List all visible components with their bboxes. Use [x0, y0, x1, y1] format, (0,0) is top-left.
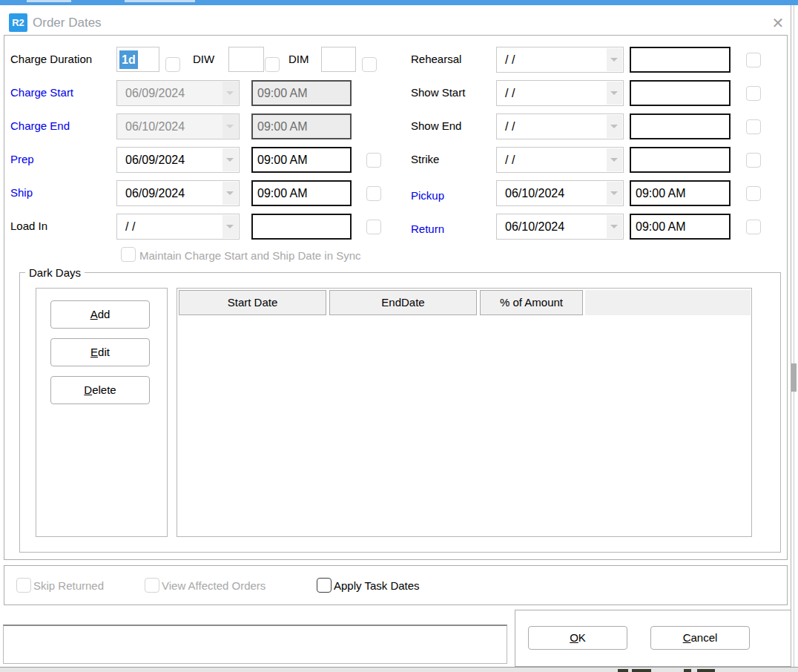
return-date-combo[interactable]: 06/10/2024	[496, 214, 624, 240]
prep-date-value: 06/09/2024	[125, 148, 185, 172]
diw-label: DIW	[193, 53, 214, 65]
prep-label: Prep	[10, 153, 34, 165]
apply-task-dates-checkbox[interactable]	[317, 578, 332, 593]
rehearsal-time-field[interactable]	[630, 47, 731, 73]
rehearsal-date-value: / /	[505, 47, 515, 72]
view-affected-orders-checkbox	[145, 578, 159, 593]
notes-input[interactable]	[3, 625, 507, 664]
skip-returned-label: Skip Returned	[33, 579, 104, 592]
charge-start-date-combo: 06/09/2024	[116, 80, 240, 106]
chevron-down-icon	[607, 215, 622, 238]
show-start-date-combo[interactable]: / /	[496, 80, 624, 106]
ship-time-field[interactable]: 09:00 AM	[251, 180, 352, 206]
strike-date-combo[interactable]: / /	[496, 147, 624, 173]
background-text-fragment	[618, 669, 628, 672]
load-in-label: Load In	[10, 220, 47, 232]
background-text-fragment	[632, 669, 651, 672]
load-in-checkbox	[366, 220, 381, 234]
charge-end-date-combo: 06/10/2024	[116, 113, 240, 139]
cancel-button[interactable]: Cancel	[650, 626, 750, 650]
dark-days-table	[177, 288, 752, 537]
show-end-time-field[interactable]	[630, 113, 731, 139]
charge-end-label: Charge End	[10, 119, 70, 132]
chevron-down-icon	[222, 148, 238, 171]
return-date-value: 06/10/2024	[505, 214, 564, 239]
close-icon[interactable]: ✕	[764, 12, 792, 34]
diw-input[interactable]	[228, 47, 264, 72]
charge-duration-input[interactable]: 1d	[116, 47, 159, 72]
order-dates-dialog: R2 Order Dates ✕ Charge Duration 1d DIW …	[0, 0, 798, 672]
return-label: Return	[411, 223, 444, 235]
chevron-down-icon	[222, 82, 238, 105]
edit-button[interactable]: Edit	[50, 338, 150, 366]
return-time-field[interactable]: 09:00 AM	[630, 214, 731, 240]
strike-checkbox	[746, 153, 761, 168]
pickup-date-value: 06/10/2024	[505, 181, 564, 205]
load-in-date-value: / /	[125, 214, 135, 239]
dim-input[interactable]	[321, 47, 356, 72]
charge-duration-checkbox	[165, 57, 180, 72]
delete-button[interactable]: Delete	[50, 376, 150, 404]
pickup-checkbox	[746, 186, 761, 201]
load-in-date-combo[interactable]: / /	[116, 214, 240, 240]
show-start-label: Show Start	[411, 86, 465, 99]
chevron-down-icon	[607, 115, 622, 138]
column-header-filler	[585, 290, 751, 315]
show-start-checkbox	[746, 86, 761, 101]
background-window-edge	[794, 5, 794, 667]
rehearsal-checkbox	[746, 53, 761, 67]
background-text-fragment	[125, 0, 195, 2]
ok-button[interactable]: OK	[528, 626, 627, 650]
background-window-bottom-strip	[0, 667, 798, 672]
charge-start-time-field: 09:00 AM	[251, 80, 352, 106]
chevron-down-icon	[607, 182, 622, 205]
chevron-down-icon	[222, 182, 238, 205]
charge-duration-label: Charge Duration	[10, 53, 92, 65]
view-affected-orders-label: View Affected Orders	[162, 579, 266, 592]
chevron-down-icon	[222, 115, 238, 138]
load-in-time-field[interactable]	[251, 214, 352, 240]
pickup-time-field[interactable]: 09:00 AM	[630, 180, 731, 206]
strike-label: Strike	[411, 153, 439, 165]
pickup-date-combo[interactable]: 06/10/2024	[496, 180, 624, 206]
background-window-top-strip	[0, 0, 798, 5]
charge-duration-selected-text: 1d	[119, 50, 138, 69]
dim-checkbox	[362, 57, 377, 72]
show-end-checkbox	[746, 119, 761, 134]
prep-time-field[interactable]: 09:00 AM	[251, 147, 352, 173]
pickup-label: Pickup	[411, 189, 444, 202]
strike-time-field[interactable]	[630, 147, 731, 173]
column-header-pct-of-amount[interactable]: % of Amount	[480, 290, 583, 315]
prep-date-combo[interactable]: 06/09/2024	[116, 147, 240, 173]
charge-start-label: Charge Start	[10, 86, 73, 99]
ship-checkbox	[366, 186, 381, 201]
show-end-date-combo[interactable]: / /	[496, 113, 624, 139]
charge-end-date-value: 06/10/2024	[125, 114, 185, 139]
column-header-start-date[interactable]: Start Date	[179, 290, 326, 315]
dark-days-legend: Dark Days	[25, 266, 85, 279]
chevron-down-icon	[607, 82, 622, 105]
show-end-label: Show End	[411, 119, 461, 132]
diw-checkbox	[265, 57, 280, 72]
return-checkbox	[746, 220, 761, 234]
maintain-sync-label: Maintain Charge Start and Ship Date in S…	[139, 249, 361, 262]
skip-returned-checkbox	[16, 578, 31, 593]
ship-date-combo[interactable]: 06/09/2024	[116, 180, 240, 206]
column-header-end-date[interactable]: EndDate	[329, 290, 477, 315]
rehearsal-label: Rehearsal	[411, 53, 461, 65]
show-end-date-value: / /	[505, 114, 515, 139]
charge-end-time-field: 09:00 AM	[251, 113, 352, 139]
dim-label: DIM	[288, 53, 309, 65]
background-text-fragment	[684, 669, 691, 672]
ship-label: Ship	[10, 186, 33, 199]
show-start-time-field[interactable]	[630, 80, 731, 106]
dialog-titlebar: R2 Order Dates ✕	[0, 5, 798, 35]
add-button[interactable]: Add	[50, 300, 150, 329]
charge-start-date-value: 06/09/2024	[125, 81, 185, 105]
r2-app-icon: R2	[9, 13, 27, 32]
background-window-edge	[791, 5, 791, 667]
ship-date-value: 06/09/2024	[125, 181, 185, 205]
rehearsal-date-combo[interactable]: / /	[496, 47, 624, 73]
maintain-sync-checkbox	[121, 247, 136, 262]
chevron-down-icon	[222, 215, 238, 238]
